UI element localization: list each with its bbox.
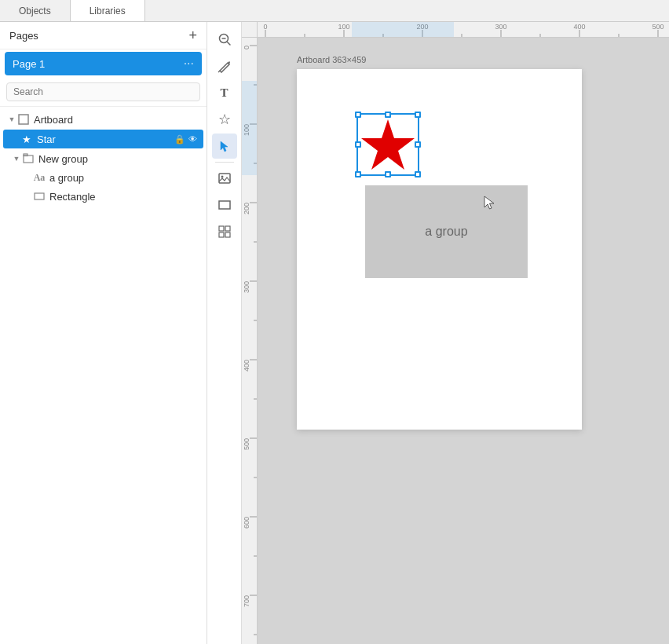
layer-a-group[interactable]: Aa a group <box>0 168 207 187</box>
artboard[interactable]: Artboard 363×459 <box>297 69 582 430</box>
ruler-corner <box>242 22 258 38</box>
svg-rect-10 <box>219 201 230 209</box>
page-label: Page 1 <box>13 58 45 70</box>
rect-tool-button[interactable] <box>212 192 237 218</box>
zoom-icon <box>218 32 232 46</box>
grid-icon <box>218 225 232 239</box>
tab-libraries[interactable]: Libraries <box>71 0 145 21</box>
svg-line-7 <box>218 71 220 72</box>
layer-artboard[interactable]: ▼ Artboard <box>0 110 207 129</box>
svg-rect-8 <box>219 174 230 183</box>
svg-rect-11 <box>219 226 224 231</box>
text-icon: Aa <box>33 171 46 184</box>
svg-marker-15 <box>361 119 415 170</box>
svg-rect-2 <box>24 154 27 156</box>
artboard-label: Artboard 363×459 <box>297 55 366 64</box>
search-container <box>0 78 207 107</box>
star-svg <box>360 116 416 173</box>
text-tool-icon: T <box>220 86 228 100</box>
canvas-viewport[interactable]: Artboard 363×459 <box>258 38 669 644</box>
pen-button[interactable] <box>212 53 237 79</box>
layer-new-group[interactable]: ▼ New group <box>0 149 207 168</box>
image-icon <box>218 171 232 185</box>
rect-icon <box>33 190 46 203</box>
page-item-page1[interactable]: Page 1 ··· <box>5 52 202 75</box>
group-text: a group <box>425 225 467 239</box>
lock-icon[interactable]: 🔒 <box>174 134 185 145</box>
ruler-horizontal <box>258 22 669 38</box>
svg-rect-1 <box>24 156 33 163</box>
image-button[interactable] <box>212 166 237 191</box>
star-label: Star <box>37 134 174 145</box>
text-tool-button[interactable]: T <box>212 80 237 105</box>
pointer-button[interactable] <box>212 134 237 159</box>
canvas-area: Artboard 363×459 <box>242 22 669 644</box>
new-group-label: New group <box>38 153 88 165</box>
group-element[interactable]: a group <box>365 185 528 278</box>
svg-rect-12 <box>225 226 230 231</box>
star-element[interactable] <box>360 116 416 173</box>
rectangle-label: Rectangle <box>49 191 96 203</box>
toolbar-separator <box>215 162 234 163</box>
tab-objects[interactable]: Objects <box>0 0 71 21</box>
pages-section: Pages + <box>0 22 207 49</box>
svg-line-5 <box>227 42 230 46</box>
add-page-button[interactable]: + <box>188 28 197 42</box>
layer-rectangle[interactable]: Rectangle <box>0 187 207 206</box>
toolbar: T ☆ <box>207 22 242 644</box>
a-group-label: a group <box>49 172 84 184</box>
new-group-expand-arrow: ▼ <box>11 155 22 163</box>
search-input[interactable] <box>6 82 200 101</box>
pen-icon <box>218 59 232 73</box>
svg-rect-0 <box>19 115 28 124</box>
svg-point-9 <box>221 176 223 178</box>
svg-rect-13 <box>219 232 224 237</box>
layer-star[interactable]: ★ Star 🔒 👁 <box>3 130 203 148</box>
ruler-vertical <box>242 38 258 644</box>
rect-tool-icon <box>218 198 232 212</box>
artboard-expand-arrow: ▼ <box>6 115 17 123</box>
grid-button[interactable] <box>212 219 237 244</box>
svg-rect-3 <box>35 193 44 199</box>
star-tool-icon: ☆ <box>218 111 231 128</box>
artboard-icon <box>17 113 30 126</box>
svg-rect-14 <box>225 232 230 237</box>
page-more-icon[interactable]: ··· <box>184 57 194 71</box>
pointer-icon <box>218 140 231 152</box>
zoom-out-button[interactable] <box>212 27 237 52</box>
artboard-label: Artboard <box>34 114 73 126</box>
layers-tree: ▼ Artboard ★ Star 🔒 👁 ▼ New group <box>0 107 207 644</box>
star-tool-button[interactable]: ☆ <box>212 107 237 132</box>
star-icon: ★ <box>20 133 33 145</box>
pages-title: Pages <box>9 30 38 42</box>
group-icon <box>22 152 35 165</box>
visibility-icon[interactable]: 👁 <box>188 134 197 144</box>
